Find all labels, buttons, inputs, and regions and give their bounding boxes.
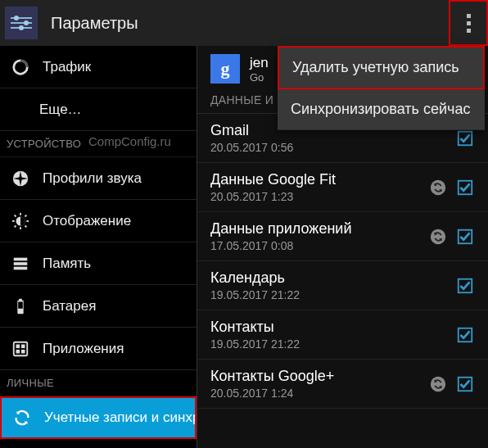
syncing-icon bbox=[429, 228, 447, 246]
sync-icon bbox=[13, 409, 31, 427]
app-header: Параметры bbox=[0, 0, 488, 46]
sidebar-item-traffic[interactable]: Трафик bbox=[0, 46, 197, 88]
settings-sidebar: CompConfig.ru Трафик Еще… УСТРОЙСТВО Про… bbox=[0, 46, 197, 448]
svg-point-29 bbox=[431, 179, 445, 194]
sidebar-section-personal: ЛИЧНЫЕ bbox=[0, 370, 197, 396]
sync-item-title: Контакты bbox=[210, 319, 447, 336]
sync-item-time: 19.05.2017 21:22 bbox=[210, 288, 447, 301]
sync-item-title: Контакты Google+ bbox=[210, 368, 421, 385]
sidebar-label: Профили звука bbox=[43, 170, 142, 187]
svg-line-9 bbox=[15, 225, 16, 227]
svg-rect-19 bbox=[21, 344, 25, 348]
overflow-menu: Удалить учетную запись Синхронизировать … bbox=[278, 46, 485, 130]
sync-item[interactable]: Контакты19.05.2017 21:22 bbox=[197, 310, 488, 360]
storage-icon bbox=[11, 255, 29, 273]
sync-item-title: Данные Google Fit bbox=[210, 171, 421, 188]
sidebar-section-device: УСТРОЙСТВО bbox=[0, 131, 197, 157]
sync-checkbox[interactable] bbox=[455, 227, 475, 247]
syncing-icon bbox=[429, 375, 447, 393]
svg-rect-18 bbox=[16, 344, 20, 348]
svg-line-10 bbox=[25, 215, 27, 216]
svg-rect-15 bbox=[19, 298, 22, 301]
sidebar-label: Приложения bbox=[43, 341, 124, 357]
svg-rect-13 bbox=[14, 266, 28, 269]
sidebar-item-more[interactable]: Еще… bbox=[0, 88, 197, 131]
sync-checkbox[interactable] bbox=[455, 276, 475, 296]
sync-item-time: 17.05.2017 0:08 bbox=[210, 239, 421, 252]
sync-checkbox[interactable] bbox=[455, 325, 475, 345]
account-type: Go bbox=[250, 71, 269, 84]
sync-item-title: Календарь bbox=[210, 269, 447, 287]
sidebar-item-location[interactable]: Услуги определения местоположения bbox=[0, 439, 197, 448]
svg-line-8 bbox=[25, 225, 27, 227]
sidebar-item-sound[interactable]: Профили звука bbox=[0, 157, 197, 200]
display-icon bbox=[11, 212, 29, 230]
apps-icon bbox=[11, 340, 29, 358]
settings-icon bbox=[5, 7, 38, 39]
sync-item[interactable]: Контакты Google+20.05.2017 1:24 bbox=[197, 360, 488, 409]
menu-delete-account[interactable]: Удалить учетную запись bbox=[278, 46, 485, 89]
sync-item-time: 19.05.2017 21:22 bbox=[210, 337, 447, 351]
sync-checkbox[interactable] bbox=[455, 178, 475, 197]
sidebar-label: Отображение bbox=[43, 213, 131, 229]
syncing-icon bbox=[429, 179, 447, 197]
google-badge-icon: g bbox=[210, 54, 240, 84]
sync-checkbox[interactable] bbox=[455, 374, 475, 394]
sync-item-title: Данные приложений bbox=[210, 220, 421, 238]
svg-rect-12 bbox=[14, 262, 28, 265]
sidebar-label: Еще… bbox=[39, 102, 82, 118]
svg-rect-11 bbox=[14, 257, 28, 260]
sync-item[interactable]: Данные Google Fit20.05.2017 1:23 bbox=[197, 163, 488, 212]
sync-item[interactable]: Данные приложений17.05.2017 0:08 bbox=[197, 212, 488, 261]
data-usage-icon bbox=[11, 58, 29, 76]
sync-item[interactable]: Календарь19.05.2017 21:22 bbox=[197, 261, 488, 310]
menu-sync-now[interactable]: Синхронизировать сейчас bbox=[278, 89, 485, 130]
sidebar-item-display[interactable]: Отображение bbox=[0, 200, 197, 242]
sound-icon bbox=[11, 170, 29, 188]
overflow-menu-button[interactable] bbox=[449, 0, 488, 46]
sidebar-item-accounts-sync[interactable]: Учетные записи и синхронизация bbox=[0, 396, 197, 439]
account-name: jen bbox=[250, 55, 269, 71]
battery-icon bbox=[11, 297, 29, 315]
svg-rect-20 bbox=[16, 349, 20, 353]
sidebar-item-apps[interactable]: Приложения bbox=[0, 328, 197, 370]
sidebar-label: Память bbox=[43, 256, 91, 272]
sync-item-time: 20.05.2017 1:24 bbox=[210, 387, 421, 400]
sync-checkbox[interactable] bbox=[455, 129, 475, 148]
app-title: Параметры bbox=[51, 14, 138, 33]
svg-rect-17 bbox=[14, 342, 28, 355]
svg-rect-21 bbox=[21, 349, 25, 353]
sidebar-item-storage[interactable]: Память bbox=[0, 242, 197, 285]
svg-line-7 bbox=[15, 215, 16, 216]
svg-point-39 bbox=[431, 376, 445, 391]
svg-point-33 bbox=[431, 229, 445, 243]
svg-rect-16 bbox=[18, 301, 23, 308]
sync-list: Gmail20.05.2017 0:56Данные Google Fit20.… bbox=[197, 114, 488, 409]
sidebar-label: Батарея bbox=[43, 298, 96, 315]
sidebar-label: Учетные записи и синхронизация bbox=[44, 410, 197, 426]
sidebar-label: Трафик bbox=[43, 59, 91, 75]
sync-item-time: 20.05.2017 1:23 bbox=[210, 190, 421, 203]
sidebar-item-battery[interactable]: Батарея bbox=[0, 285, 197, 328]
sync-item-time: 20.05.2017 0:56 bbox=[210, 141, 447, 154]
